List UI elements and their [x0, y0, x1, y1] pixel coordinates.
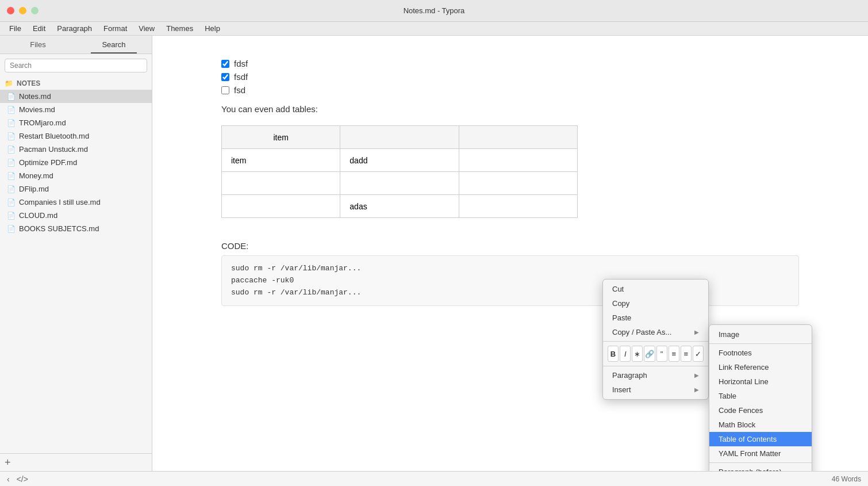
- submenu-table-of-contents[interactable]: Table of Contents: [709, 432, 812, 446]
- menu-themes[interactable]: Themes: [162, 23, 198, 34]
- editor-table: item item dadd: [221, 125, 578, 218]
- file-item-notes[interactable]: 📄 Notes.md: [0, 90, 152, 103]
- menu-edit[interactable]: Edit: [28, 23, 50, 34]
- file-name: Money.md: [19, 171, 53, 180]
- titlebar: Notes.md - Typora: [0, 0, 868, 22]
- search-box: [5, 59, 147, 72]
- file-icon: 📄: [7, 119, 16, 127]
- file-item-companies[interactable]: 📄 Companies I still use.md: [0, 196, 152, 209]
- file-item-books[interactable]: 📄 BOOKS SUBJETCS.md: [0, 222, 152, 235]
- statusbar-left: ‹ </>: [7, 474, 28, 484]
- file-icon: 📄: [7, 212, 16, 220]
- minimize-button[interactable]: [19, 7, 26, 14]
- context-insert[interactable]: Insert ▶: [603, 382, 708, 397]
- submenu-divider-2: [709, 462, 812, 463]
- table-intro-text: You can even add tables:: [221, 104, 799, 114]
- table-header-2: [459, 126, 577, 149]
- file-item-cloud[interactable]: 📄 CLOUD.md: [0, 209, 152, 222]
- menu-file[interactable]: File: [5, 23, 26, 34]
- file-icon: 📄: [7, 159, 16, 167]
- context-cut[interactable]: Cut: [603, 282, 708, 296]
- sidebar: Files Search 📁 NOTES 📄 Notes.md 📄 Movies…: [0, 36, 152, 471]
- table-cell-0-2: [459, 149, 577, 172]
- editor-area: fdsf fsdf fsd You can even add tables: i…: [152, 36, 868, 471]
- file-icon: 📄: [7, 93, 16, 101]
- menu-help[interactable]: Help: [200, 23, 225, 34]
- nav-source-button[interactable]: </>: [17, 474, 28, 484]
- context-copy[interactable]: Copy: [603, 296, 708, 311]
- file-name: CLOUD.md: [19, 211, 57, 220]
- submenu-link-reference[interactable]: Link Reference: [709, 360, 812, 374]
- table-header-1: [340, 126, 459, 149]
- format-italic[interactable]: I: [620, 346, 631, 362]
- submenu-image[interactable]: Image: [709, 327, 812, 342]
- format-ordered-list[interactable]: ≡: [669, 346, 679, 362]
- context-paste[interactable]: Paste: [603, 311, 708, 325]
- format-asterisk[interactable]: ∗: [632, 346, 643, 362]
- checkbox-fsd-input[interactable]: [221, 86, 229, 94]
- submenu-math-block[interactable]: Math Block: [709, 418, 812, 432]
- table-cell-1-2: [459, 172, 577, 195]
- submenu-paragraph-before[interactable]: Paragraph (before): [709, 465, 812, 471]
- code-label: CODE:: [221, 241, 799, 251]
- checkbox-fsd: fsd: [221, 85, 799, 95]
- file-list: 📄 Notes.md 📄 Movies.md 📄 TROMjaro.md 📄 R…: [0, 90, 152, 453]
- search-input[interactable]: [5, 59, 147, 72]
- file-name: Restart Bluetooth.md: [19, 132, 89, 140]
- file-item-dflip[interactable]: 📄 DFlip.md: [0, 182, 152, 196]
- code-block: sudo rm -r /var/lib/manjar... paccache -…: [221, 255, 799, 306]
- nav-prev-button[interactable]: ‹: [7, 474, 10, 484]
- file-item-money[interactable]: 📄 Money.md: [0, 169, 152, 182]
- submenu-table[interactable]: Table: [709, 389, 812, 403]
- add-file-button[interactable]: +: [5, 457, 11, 468]
- file-name: DFlip.md: [19, 185, 49, 193]
- file-item-optimize-pdf[interactable]: 📄 Optimize PDF.md: [0, 156, 152, 169]
- file-item-movies[interactable]: 📄 Movies.md: [0, 103, 152, 116]
- submenu-footnotes[interactable]: Footnotes: [709, 346, 812, 360]
- file-name: TROMjaro.md: [19, 118, 66, 127]
- insert-submenu: Image Footnotes Link Reference Horizonta…: [709, 324, 812, 471]
- tab-search[interactable]: Search: [76, 36, 152, 53]
- app-body: Files Search 📁 NOTES 📄 Notes.md 📄 Movies…: [0, 36, 868, 471]
- window-controls: [7, 7, 39, 14]
- checkbox-fdsf: fdsf: [221, 59, 799, 68]
- menu-view[interactable]: View: [134, 23, 159, 34]
- table-row: [222, 172, 578, 195]
- window-title: Notes.md - Typora: [404, 6, 465, 15]
- file-name: Notes.md: [19, 92, 51, 101]
- format-check[interactable]: ✓: [693, 346, 704, 362]
- context-copy-paste-as[interactable]: Copy / Paste As... ▶: [603, 325, 708, 339]
- context-paragraph[interactable]: Paragraph ▶: [603, 368, 708, 382]
- chevron-right-icon: ▶: [694, 329, 699, 335]
- file-name: Movies.md: [19, 105, 55, 114]
- format-unordered-list[interactable]: ≡: [681, 346, 692, 362]
- sidebar-section: 📁 NOTES: [0, 77, 152, 90]
- file-icon: 📄: [7, 185, 16, 193]
- format-link[interactable]: 🔗: [644, 346, 655, 362]
- checkbox-fdsf-input[interactable]: [221, 60, 229, 68]
- tab-files[interactable]: Files: [0, 36, 76, 53]
- format-toolbar: B I ∗ 🔗 " ≡ ≡ ✓: [603, 343, 708, 364]
- file-name: Companies I still use.md: [19, 198, 101, 206]
- maximize-button[interactable]: [31, 7, 39, 14]
- statusbar: ‹ </> 46 Words: [0, 471, 868, 486]
- code-section: CODE: sudo rm -r /var/lib/manjar... pacc…: [221, 241, 799, 306]
- menu-paragraph[interactable]: Paragraph: [52, 23, 97, 34]
- file-item-tromjaro[interactable]: 📄 TROMjaro.md: [0, 116, 152, 129]
- chevron-right-icon: ▶: [694, 372, 699, 378]
- submenu-code-fences[interactable]: Code Fences: [709, 403, 812, 418]
- table-header-0: item: [222, 126, 340, 149]
- file-item-restart-bluetooth[interactable]: 📄 Restart Bluetooth.md: [0, 129, 152, 143]
- menubar: File Edit Paragraph Format View Themes H…: [0, 22, 868, 36]
- menu-format[interactable]: Format: [99, 23, 132, 34]
- submenu-yaml-front-matter[interactable]: YAML Front Matter: [709, 446, 812, 461]
- checkbox-fsdf-input[interactable]: [221, 73, 229, 81]
- format-quote[interactable]: ": [656, 346, 667, 362]
- close-button[interactable]: [7, 7, 14, 14]
- format-bold[interactable]: B: [608, 346, 619, 362]
- file-item-pacman[interactable]: 📄 Pacman Unstuck.md: [0, 143, 152, 156]
- file-icon: 📄: [7, 146, 16, 154]
- submenu-horizontal-line[interactable]: Horizontal Line: [709, 374, 812, 389]
- checkbox-fdsf-label: fdsf: [234, 59, 248, 68]
- table-cell-2-2: [459, 195, 577, 218]
